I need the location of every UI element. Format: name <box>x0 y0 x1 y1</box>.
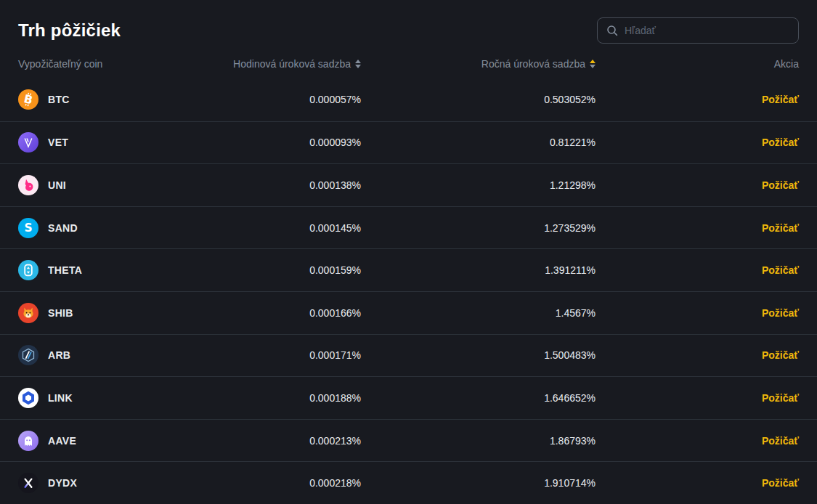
hourly-rate-cell: 0.000145% <box>200 222 361 234</box>
action-cell: Požičať <box>596 349 799 361</box>
coin-cell: ARB <box>18 345 200 365</box>
coin-cell: VET <box>18 132 200 153</box>
sort-icon-annual-asc-active[interactable] <box>590 60 596 68</box>
hourly-rate-value: 0.000057% <box>309 94 361 105</box>
coin-symbol: ARB <box>48 349 70 361</box>
coin-symbol: SHIB <box>48 307 73 319</box>
btc-coin-icon: B <box>18 89 38 110</box>
borrow-link-shib[interactable]: Požičať <box>762 307 799 319</box>
coin-symbol: AAVE <box>48 435 76 447</box>
hourly-rate-cell: 0.000188% <box>200 392 361 404</box>
coin-cell: SHIB <box>18 303 200 323</box>
coin-symbol: LINK <box>48 392 73 404</box>
column-header-action: Akcia <box>596 58 799 70</box>
search-input[interactable] <box>625 25 789 36</box>
action-cell: Požičať <box>596 179 799 191</box>
coin-cell: UNI <box>18 175 200 195</box>
table-header: Vypožičateľný coin Hodinová úroková sadz… <box>0 49 817 78</box>
coin-symbol: UNI <box>48 179 66 191</box>
annual-rate-cell: 1.86793% <box>361 435 596 447</box>
theta-coin-icon <box>18 260 38 280</box>
hourly-rate-value: 0.000138% <box>309 179 361 191</box>
column-header-hourly-rate-label: Hodinová úroková sadzba <box>233 58 351 70</box>
aave-coin-icon <box>18 431 38 451</box>
borrow-link-uni[interactable]: Požičať <box>762 179 799 191</box>
column-header-coin: Vypožičateľný coin <box>18 58 200 70</box>
table-row-uni: UNI 0.000138% 1.21298% Požičať <box>0 163 817 206</box>
svg-text:S: S <box>24 221 32 235</box>
hourly-rate-value: 0.000171% <box>309 349 361 361</box>
column-header-action-label: Akcia <box>774 58 799 70</box>
sand-coin-icon: S <box>18 218 38 238</box>
column-header-annual-rate-label: Ročná úroková sadzba <box>481 58 585 70</box>
hourly-rate-cell: 0.000093% <box>200 137 361 148</box>
action-cell: Požičať <box>596 94 799 105</box>
action-cell: Požičať <box>596 392 799 404</box>
column-header-annual-rate[interactable]: Ročná úroková sadzba <box>361 58 596 70</box>
hourly-rate-cell: 0.000213% <box>200 435 361 447</box>
coin-cell: S SAND <box>18 218 200 238</box>
column-header-coin-label: Vypožičateľný coin <box>18 58 102 70</box>
annual-rate-value: 0.503052% <box>544 94 596 105</box>
coin-cell: AAVE <box>18 431 200 451</box>
hourly-rate-value: 0.000213% <box>309 435 361 447</box>
annual-rate-cell: 1.910714% <box>361 477 596 489</box>
borrow-link-arb[interactable]: Požičať <box>762 349 799 361</box>
hourly-rate-cell: 0.000166% <box>200 307 361 319</box>
hourly-rate-value: 0.000093% <box>309 137 361 148</box>
borrow-link-theta[interactable]: Požičať <box>762 264 799 276</box>
borrow-link-dydx[interactable]: Požičať <box>762 477 799 489</box>
sort-icon-hourly[interactable] <box>355 60 361 68</box>
search-box[interactable] <box>597 17 799 44</box>
coin-cell: LINK <box>18 388 200 408</box>
shib-coin-icon <box>18 303 38 323</box>
table-row-theta: THETA 0.000159% 1.391211% Požičať <box>0 248 817 291</box>
hourly-rate-value: 0.000188% <box>309 392 361 404</box>
borrow-link-link[interactable]: Požičať <box>762 392 799 404</box>
table-row-arb: ARB 0.000171% 1.500483% Požičať <box>0 334 817 377</box>
table-row-aave: AAVE 0.000213% 1.86793% Požičať <box>0 419 817 462</box>
top-bar: Trh pôžičiek <box>0 0 817 49</box>
coin-cell: B BTC <box>18 89 200 110</box>
annual-rate-cell: 1.500483% <box>361 349 596 361</box>
annual-rate-value: 1.4567% <box>556 307 596 319</box>
annual-rate-cell: 1.273529% <box>361 222 596 234</box>
coin-symbol: SAND <box>48 222 78 234</box>
arb-coin-icon <box>18 345 38 365</box>
coin-cell: THETA <box>18 260 200 280</box>
borrow-link-aave[interactable]: Požičať <box>762 435 799 447</box>
borrow-link-vet[interactable]: Požičať <box>762 137 799 148</box>
hourly-rate-value: 0.000159% <box>309 264 361 276</box>
table-row-vet: VET 0.000093% 0.81221% Požičať <box>0 121 817 164</box>
dydx-coin-icon <box>18 473 38 493</box>
coin-symbol: THETA <box>48 264 82 276</box>
coin-cell: DYDX <box>18 473 200 493</box>
annual-rate-cell: 1.4567% <box>361 307 596 319</box>
action-cell: Požičať <box>596 307 799 319</box>
annual-rate-value: 0.81221% <box>550 137 596 148</box>
hourly-rate-cell: 0.000138% <box>200 179 361 191</box>
table-row-dydx: DYDX 0.000218% 1.910714% Požičať <box>0 461 817 504</box>
table-row-btc: B BTC 0.000057% 0.503052% Požičať <box>0 78 817 121</box>
annual-rate-value: 1.86793% <box>550 435 596 447</box>
column-header-hourly-rate[interactable]: Hodinová úroková sadzba <box>200 58 361 70</box>
action-cell: Požičať <box>596 435 799 447</box>
annual-rate-cell: 0.81221% <box>361 137 596 148</box>
action-cell: Požičať <box>596 222 799 234</box>
annual-rate-cell: 1.391211% <box>361 264 596 276</box>
uni-coin-icon <box>18 175 38 195</box>
coin-symbol: DYDX <box>48 477 77 489</box>
link-coin-icon <box>18 388 38 408</box>
hourly-rate-value: 0.000145% <box>309 222 361 234</box>
table-row-shib: SHIB 0.000166% 1.4567% Požičať <box>0 291 817 334</box>
annual-rate-value: 1.21298% <box>550 179 596 191</box>
coin-symbol: VET <box>48 137 68 148</box>
annual-rate-value: 1.910714% <box>544 477 596 489</box>
borrow-link-sand[interactable]: Požičať <box>762 222 799 234</box>
vet-coin-icon <box>18 132 38 153</box>
annual-rate-cell: 0.503052% <box>361 94 596 105</box>
page-title: Trh pôžičiek <box>18 20 121 41</box>
coin-symbol: BTC <box>48 94 70 105</box>
search-icon <box>606 25 618 36</box>
borrow-link-btc[interactable]: Požičať <box>762 94 799 105</box>
